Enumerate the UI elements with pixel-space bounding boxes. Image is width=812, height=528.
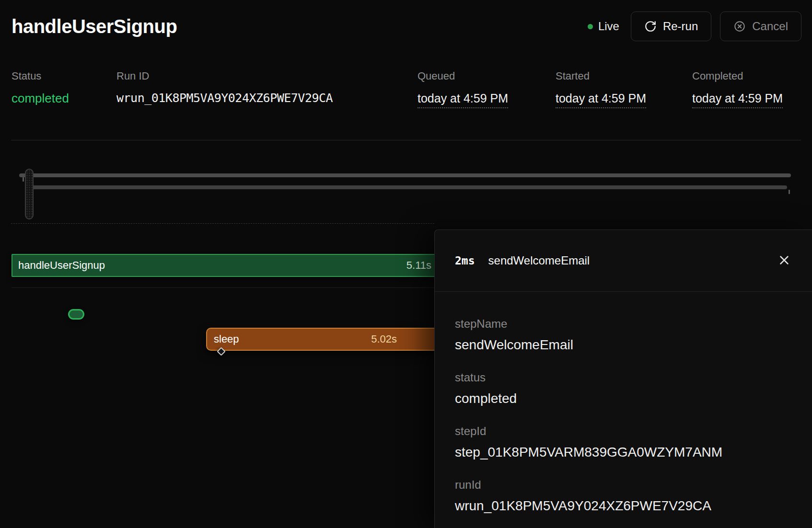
started-value: today at 4:59 PM — [556, 91, 646, 108]
header-actions: Live Re-run Cancel — [588, 11, 801, 41]
meta-label: Run ID — [116, 70, 333, 82]
minimap-event-tick — [23, 177, 24, 182]
meta-status: Status completed — [12, 70, 69, 105]
page-title: handleUserSignup — [12, 16, 177, 37]
panel-body: stepName sendWelcomeEmail status complet… — [435, 292, 812, 514]
field-stepName: stepName sendWelcomeEmail — [455, 317, 792, 353]
field-status: status completed — [455, 370, 792, 407]
panel-header: 2ms sendWelcomeEmail — [435, 230, 812, 292]
step-details-panel: 2ms sendWelcomeEmail stepName sendWelcom… — [434, 230, 812, 528]
field-runId: runId wrun_01K8PM5VA9Y024XZ6PWE7V29CA — [455, 478, 792, 514]
rerun-button[interactable]: Re-run — [631, 11, 711, 41]
status-value: completed — [12, 91, 69, 105]
live-label: Live — [598, 20, 619, 33]
span-pill-sendWelcomeEmail[interactable] — [68, 309, 84, 320]
minimap-root-span-bar — [19, 173, 791, 177]
field-key: stepId — [455, 424, 792, 438]
span-bar-handleUserSignup[interactable]: handleUserSignup 5.11s — [12, 254, 443, 277]
close-panel-button[interactable] — [774, 250, 795, 271]
run-metadata: Status completed Run ID wrun_01K8PM5VA9Y… — [0, 70, 812, 123]
section-divider — [11, 140, 801, 140]
meta-label: Status — [12, 70, 69, 82]
run-detail-page: handleUserSignup Live Re-run — [0, 0, 812, 528]
minimap-event-tick — [789, 190, 790, 194]
minimap-sleep-span-bar — [29, 185, 787, 189]
step-duration: 2ms — [455, 254, 475, 267]
rerun-label: Re-run — [663, 20, 698, 33]
circle-x-icon — [733, 20, 746, 33]
field-value: sendWelcomeEmail — [455, 337, 792, 353]
field-stepId: stepId step_01K8PM5VARM839GGA0WZYM7ANM — [455, 424, 792, 460]
span-label: handleUserSignup — [12, 259, 105, 272]
span-bar-sleep[interactable]: sleep 5.02s — [206, 328, 446, 351]
span-duration: 5.02s — [371, 333, 445, 345]
timeline-brush-handle[interactable] — [25, 169, 34, 219]
completed-value: today at 4:59 PM — [692, 91, 783, 108]
rotate-cw-icon — [644, 20, 657, 33]
field-value: step_01K8PM5VARM839GGA0WZYM7ANM — [455, 444, 792, 460]
run-id-value: wrun_01K8PM5VA9Y024XZ6PWE7V29CA — [116, 91, 333, 105]
waterfall-row-separator — [12, 287, 434, 288]
meta-queued: Queued today at 4:59 PM — [418, 70, 508, 108]
header: handleUserSignup Live Re-run — [0, 0, 812, 50]
meta-label: Queued — [418, 70, 508, 82]
queued-value: today at 4:59 PM — [418, 91, 508, 108]
meta-started: Started today at 4:59 PM — [556, 70, 646, 108]
waterfall-top-separator — [11, 223, 434, 224]
live-indicator: Live — [588, 20, 619, 33]
meta-run-id: Run ID wrun_01K8PM5VA9Y024XZ6PWE7V29CA — [116, 70, 333, 105]
field-key: status — [455, 370, 792, 385]
meta-label: Started — [556, 70, 646, 82]
meta-completed: Completed today at 4:59 PM — [692, 70, 783, 108]
close-icon — [777, 253, 791, 269]
field-value: wrun_01K8PM5VA9Y024XZ6PWE7V29CA — [455, 498, 792, 514]
field-key: runId — [455, 478, 792, 492]
meta-label: Completed — [692, 70, 783, 82]
cancel-label: Cancel — [752, 20, 788, 33]
field-value: completed — [455, 390, 792, 407]
cancel-button[interactable]: Cancel — [720, 11, 801, 41]
live-dot-icon — [588, 24, 593, 29]
span-label: sleep — [207, 333, 239, 345]
field-key: stepName — [455, 317, 792, 331]
step-title: sendWelcomeEmail — [488, 254, 590, 267]
